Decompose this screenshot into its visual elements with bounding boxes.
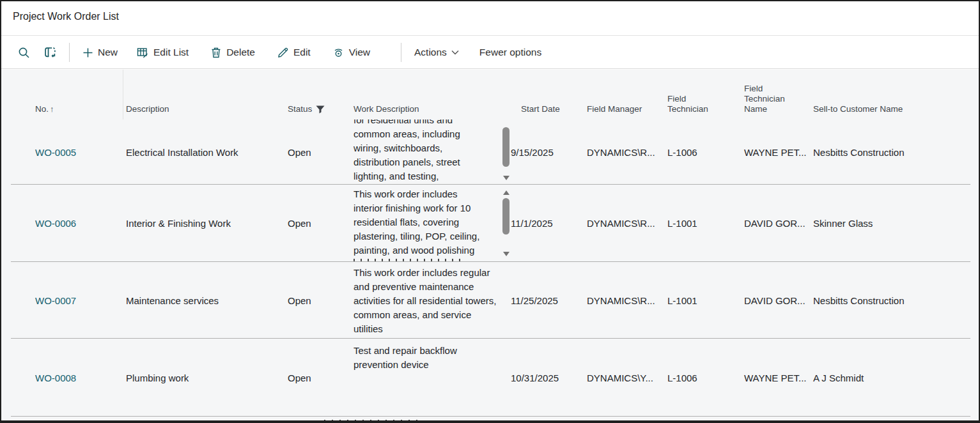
table-body: WO-0005 Electrical Installation Work Ope… [1, 119, 979, 417]
description-cell: Electrical Installation Work [126, 119, 286, 185]
scrollbar-thumb[interactable] [502, 198, 509, 235]
work-description-cell: Test and repair backflowprevention devic… [354, 339, 502, 417]
app-window: Project Work Order List New [0, 0, 980, 423]
field-technician-name-cell: WAYNE PET... [744, 119, 809, 185]
table-header-row: No.↑ Description Status Work Description… [1, 70, 979, 119]
header-column-divider [123, 70, 123, 119]
column-header-sell-to-customer-name[interactable]: Sell-to Customer Name [813, 104, 903, 114]
work-order-no-link[interactable]: WO-0006 [35, 185, 118, 262]
column-header-work-description-label: Work Description [354, 104, 419, 114]
field-manager-cell: DYNAMICS\R... [587, 119, 664, 185]
edit-button[interactable]: Edit [276, 44, 312, 61]
delete-button[interactable]: Delete [209, 44, 256, 61]
partial-next-row [1, 417, 979, 420]
description-cell: Interior & Finishing Work [126, 185, 286, 262]
column-header-field-technician-name-label: Field Technician Name [744, 84, 785, 114]
field-technician-cell: L-1006 [667, 119, 738, 185]
cell-scrollbar[interactable] [501, 119, 511, 185]
work-description-text: This work order includesinterior finishi… [354, 187, 502, 258]
sell-to-customer-name-cell: Nesbitts Construction [813, 119, 976, 185]
edit-list-button-label: Edit List [153, 47, 189, 58]
edit-list-icon [137, 47, 149, 59]
sell-to-customer-name-cell: Skinner Glass [813, 185, 976, 262]
status-cell: Open [288, 185, 345, 262]
field-technician-name-cell: DAVID GOR... [744, 262, 809, 339]
toolbar-divider [69, 43, 70, 62]
column-header-field-technician-name[interactable]: Field Technician Name [744, 84, 791, 114]
table-row[interactable]: WO-0006 Interior & Finishing Work Open T… [1, 185, 979, 262]
field-manager-cell: DYNAMICS\R... [587, 262, 664, 339]
field-technician-name-cell: DAVID GOR... [744, 185, 809, 262]
page-title: Project Work Order List [13, 11, 119, 22]
table-row[interactable]: WO-0007 Maintenance services Open This w… [1, 262, 979, 339]
table-row[interactable]: WO-0005 Electrical Installation Work Ope… [1, 119, 979, 185]
column-header-start-date[interactable]: Start Date [521, 104, 560, 114]
field-manager-cell: DYNAMICS\R... [587, 185, 664, 262]
sell-to-customer-name-cell: Nesbitts Construction [813, 262, 976, 339]
new-button[interactable]: New [81, 44, 119, 61]
column-header-description-label: Description [126, 104, 169, 114]
edit-list-button[interactable]: Edit List [136, 44, 190, 61]
view-button-label: View [349, 47, 370, 58]
work-order-no-link[interactable]: WO-0008 [35, 339, 118, 417]
start-date-cell: 11/1/2025 [511, 185, 580, 262]
work-order-table: No.↑ Description Status Work Description… [1, 70, 979, 420]
plus-icon [82, 47, 93, 58]
sort-ascending-icon: ↑ [50, 104, 54, 114]
pencil-icon [277, 47, 289, 59]
edit-button-label: Edit [293, 47, 311, 58]
actions-menu-button[interactable]: Actions [413, 44, 460, 61]
sell-to-customer-name-cell: A J Schmidt [813, 339, 976, 417]
field-technician-name-cell: WAYNE PET... [744, 339, 809, 417]
page-layout-icon [44, 47, 56, 59]
scroll-down-arrow-icon[interactable] [503, 252, 509, 256]
toolbar-divider [401, 43, 401, 62]
status-cell: Open [288, 262, 345, 339]
action-toolbar: New Edit List Delete [1, 36, 979, 69]
scrollbar-thumb[interactable] [502, 127, 509, 167]
status-cell: Open [288, 119, 345, 185]
column-header-start-date-label: Start Date [521, 104, 560, 114]
work-description-cell: This work order includes regularand prev… [354, 262, 502, 339]
column-header-status[interactable]: Status [288, 104, 325, 114]
field-manager-cell: DYNAMICS\Y... [587, 339, 664, 417]
search-button[interactable] [17, 44, 31, 61]
search-icon [18, 47, 30, 59]
column-header-no[interactable]: No.↑ [35, 104, 54, 114]
description-cell: Plumbing work [126, 339, 286, 417]
start-date-cell: 9/15/2025 [511, 119, 580, 185]
scroll-up-arrow-icon[interactable] [503, 190, 509, 195]
work-description-text: This work order includes regularand prev… [354, 266, 502, 336]
view-icon [332, 47, 345, 59]
cell-scrollbar[interactable] [501, 185, 511, 262]
scroll-down-arrow-icon[interactable] [503, 176, 509, 180]
filter-funnel-icon [316, 105, 325, 114]
field-technician-cell: L-1001 [667, 262, 738, 339]
view-button[interactable]: View [331, 44, 371, 61]
page-layout-button[interactable] [43, 44, 58, 61]
column-header-field-technician[interactable]: Field Technician [667, 94, 713, 114]
work-description-text: Test and repair backflowprevention devic… [354, 344, 502, 372]
column-header-status-label: Status [288, 104, 312, 114]
work-order-no-link[interactable]: WO-0007 [35, 262, 118, 339]
column-header-field-technician-label: Field Technician [667, 94, 708, 114]
start-date-cell: 10/31/2025 [511, 339, 580, 417]
fewer-options-button[interactable]: Fewer options [478, 44, 543, 61]
column-header-work-description[interactable]: Work Description [354, 104, 419, 114]
work-description-cell: This work order includesinterior finishi… [354, 185, 502, 262]
status-cell: Open [288, 339, 345, 417]
field-technician-cell: L-1006 [667, 339, 738, 417]
actions-menu-label: Actions [414, 47, 447, 58]
clipped-text-fragment [324, 420, 420, 420]
work-description-text: for residential units andcommon areas, i… [354, 119, 502, 183]
field-technician-cell: L-1001 [667, 185, 738, 262]
table-row[interactable]: WO-0008 Plumbing work Open Test and repa… [1, 339, 979, 417]
column-header-field-manager[interactable]: Field Manager [587, 104, 642, 114]
work-description-cell: for residential units andcommon areas, i… [354, 119, 502, 185]
chevron-down-icon [451, 50, 459, 55]
column-header-description[interactable]: Description [126, 104, 169, 114]
delete-button-label: Delete [226, 47, 255, 58]
work-order-no-link[interactable]: WO-0005 [35, 119, 118, 185]
fewer-options-label: Fewer options [479, 47, 541, 58]
column-header-sell-to-customer-name-label: Sell-to Customer Name [813, 104, 903, 114]
